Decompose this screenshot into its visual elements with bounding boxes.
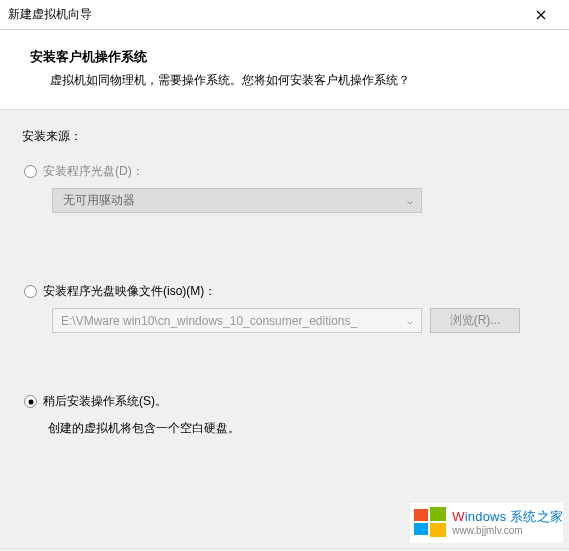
radio-install-later[interactable]: 稍后安装操作系统(S)。 (24, 393, 547, 410)
radio-icon (24, 165, 37, 178)
chevron-down-icon: ⌵ (407, 195, 413, 206)
install-later-hint: 创建的虚拟机将包含一个空白硬盘。 (48, 420, 547, 437)
drive-dropdown-text: 无可用驱动器 (63, 192, 135, 209)
wizard-header: 安装客户机操作系统 虚拟机如同物理机，需要操作系统。您将如何安装客户机操作系统？ (0, 30, 569, 109)
radio-label-disc: 安装程序光盘(D)： (43, 163, 144, 180)
watermark: Windows 系统之家 www.bjjmlv.com (410, 503, 563, 543)
radio-installer-disc[interactable]: 安装程序光盘(D)： (24, 163, 547, 180)
option-install-later: 稍后安装操作系统(S)。 创建的虚拟机将包含一个空白硬盘。 (22, 393, 547, 437)
radio-icon (24, 395, 37, 408)
watermark-brand: Windows 系统之家 (452, 510, 563, 524)
titlebar: 新建虚拟机向导 (0, 0, 569, 30)
close-button[interactable] (521, 1, 561, 29)
browse-button[interactable]: 浏览(R)... (430, 308, 520, 333)
page-heading: 安装客户机操作系统 (30, 48, 539, 66)
svg-rect-3 (430, 523, 446, 537)
radio-iso-file[interactable]: 安装程序光盘映像文件(iso)(M)： (24, 283, 547, 300)
svg-rect-2 (414, 523, 428, 535)
wizard-content: 安装来源： 安装程序光盘(D)： 无可用驱动器 ⌵ 安装程序光盘映像文件(iso… (0, 109, 569, 549)
windows-logo-icon (410, 503, 450, 543)
radio-icon (24, 285, 37, 298)
watermark-url: www.bjjmlv.com (452, 525, 563, 536)
option-iso-file: 安装程序光盘映像文件(iso)(M)： E:\VMware win10\cn_w… (22, 283, 547, 333)
svg-rect-1 (430, 507, 446, 521)
drive-dropdown[interactable]: 无可用驱动器 ⌵ (52, 188, 422, 213)
window-title: 新建虚拟机向导 (8, 6, 521, 23)
iso-path-input[interactable]: E:\VMware win10\cn_windows_10_consumer_e… (52, 308, 422, 333)
page-subheading: 虚拟机如同物理机，需要操作系统。您将如何安装客户机操作系统？ (50, 72, 539, 89)
radio-label-later: 稍后安装操作系统(S)。 (43, 393, 167, 410)
chevron-down-icon: ⌵ (407, 315, 413, 326)
source-label: 安装来源： (22, 128, 547, 145)
radio-label-iso: 安装程序光盘映像文件(iso)(M)： (43, 283, 216, 300)
iso-path-text: E:\VMware win10\cn_windows_10_consumer_e… (61, 314, 357, 328)
option-installer-disc: 安装程序光盘(D)： 无可用驱动器 ⌵ (22, 163, 547, 213)
close-icon (536, 10, 546, 20)
svg-rect-0 (414, 509, 428, 521)
